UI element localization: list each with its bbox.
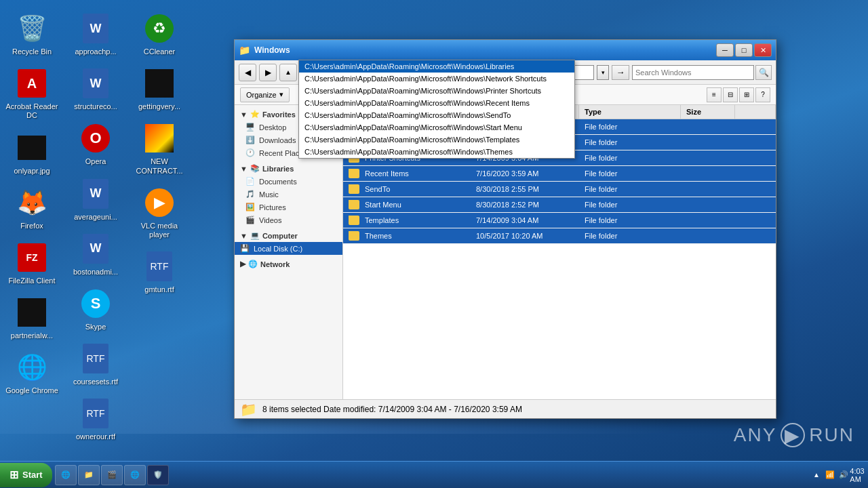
help-button[interactable]: ? xyxy=(755,87,770,102)
col-header-size[interactable]: Size xyxy=(681,105,735,119)
onlyapr-label: onlyapr.jpg xyxy=(14,167,50,176)
desktop-icon-averageu[interactable]: W averageuni... xyxy=(65,174,126,226)
sidebar-item-music[interactable]: 🎵 Music xyxy=(235,188,342,201)
desktop-icon-coursesets[interactable]: RTF coursesets.rtf xyxy=(65,338,126,390)
tray-clock[interactable]: 4:03 AM xyxy=(852,470,863,481)
col-header-type[interactable]: Type xyxy=(579,105,681,119)
firefox-icon: 🦊 xyxy=(16,186,48,219)
desktop-icon-onlyapr[interactable]: onlyapr.jpg xyxy=(1,127,62,180)
partnerw-label: partnerialw... xyxy=(11,331,53,340)
vlc-icon: ▶ xyxy=(143,186,176,219)
libraries-header[interactable]: ▼ 📚 Libraries xyxy=(235,162,342,175)
approachp-icon: W xyxy=(79,12,112,45)
file-size-cell xyxy=(681,119,735,134)
file-size-cell xyxy=(681,166,735,181)
status-folder-icon: 📁 xyxy=(240,401,257,418)
sidebar-item-documents[interactable]: 📄 Documents xyxy=(235,175,342,188)
view-icon-button[interactable]: ⊞ xyxy=(739,87,754,102)
structurec-icon: W xyxy=(79,67,112,100)
gmtun-label: gmtun.rtf xyxy=(144,285,174,294)
autocomplete-item[interactable]: C:\Users\admin\AppData\Roaming\Microsoft… xyxy=(299,60,574,73)
desktop-icon-opera[interactable]: O Opera xyxy=(65,118,126,170)
libraries-label: Libraries xyxy=(262,165,294,173)
start-label: Start xyxy=(22,470,43,480)
network-label: Network xyxy=(260,260,290,268)
desktop-icon-ccleaner[interactable]: ♻ CCleaner xyxy=(129,8,190,60)
sidebar-item-pictures[interactable]: 🖼️ Pictures xyxy=(235,201,342,214)
file-extra-cell xyxy=(735,119,776,134)
search-input[interactable] xyxy=(632,65,754,80)
back-button[interactable]: ◀ xyxy=(239,64,256,81)
maximize-button[interactable]: □ xyxy=(735,43,753,57)
desktop-icon-filezilla[interactable]: FZ FileZilla Client xyxy=(1,237,62,289)
autocomplete-item[interactable]: C:\Users\admin\AppData\Roaming\Microsoft… xyxy=(299,97,574,109)
view-list-button[interactable]: ≡ xyxy=(707,87,722,102)
tray-arrow-icon[interactable]: ▲ xyxy=(811,470,822,481)
table-row[interactable]: Recent Items 7/16/2020 3:59 AM File fold… xyxy=(343,166,776,182)
address-dropdown-button[interactable]: ▾ xyxy=(597,65,609,80)
autocomplete-item[interactable]: C:\Users\admin\AppData\Roaming\Microsoft… xyxy=(299,73,574,85)
tray-volume-icon[interactable]: 🔊 xyxy=(838,470,849,481)
organize-button[interactable]: Organize ▾ xyxy=(240,87,290,102)
desktop-icon-gmtun[interactable]: RTF gmtun.rtf xyxy=(129,246,190,298)
ownerour-label: ownerour.rtf xyxy=(76,432,115,441)
desktop-icon-chrome[interactable]: 🌐 Google Chrome xyxy=(1,347,62,399)
sidebar-item-local-disk[interactable]: 💾 Local Disk (C:) xyxy=(235,242,342,255)
table-row[interactable]: Themes 10/5/2017 10:20 AM File folder xyxy=(343,228,776,244)
go-button[interactable]: → xyxy=(612,65,629,80)
autocomplete-item[interactable]: C:\Users\admin\AppData\Roaming\Microsoft… xyxy=(299,85,574,97)
autocomplete-item[interactable]: C:\Users\admin\AppData\Roaming\Microsoft… xyxy=(299,146,574,158)
taskbar-security-button[interactable]: 🛡️ xyxy=(147,465,169,485)
table-row[interactable]: Start Menu 8/30/2018 2:52 PM File folder xyxy=(343,197,776,213)
taskbar-folder-button[interactable]: 📁 xyxy=(78,465,100,485)
desktop-icon-structurec[interactable]: W structureco... xyxy=(65,63,126,115)
local-disk-label: Local Disk (C:) xyxy=(254,245,302,253)
computer-header[interactable]: ▼ 💻 Computer xyxy=(235,229,342,242)
autocomplete-dropdown: C:\Users\admin\AppData\Roaming\Microsoft… xyxy=(298,60,575,159)
autocomplete-item[interactable]: C:\Users\admin\AppData\Roaming\Microsoft… xyxy=(299,121,574,134)
desktop-icon-acrobat[interactable]: A Acrobat Reader DC xyxy=(1,63,62,124)
taskbar-ie-button[interactable]: 🌐 xyxy=(55,465,77,485)
tray-network-icon[interactable]: 📶 xyxy=(825,470,835,481)
up-button[interactable]: ▲ xyxy=(279,64,297,81)
clock-time: 4:03 AM xyxy=(850,467,864,483)
autocomplete-item[interactable]: C:\Users\admin\AppData\Roaming\Microsoft… xyxy=(299,109,574,121)
desktop-icon-ownerour[interactable]: RTF ownerour.rtf xyxy=(65,393,126,445)
desktop-icon-vlc[interactable]: ▶ VLC media player xyxy=(129,182,190,243)
bostonadm-icon: W xyxy=(79,232,112,265)
table-row[interactable]: Templates 7/14/2009 3:04 AM File folder xyxy=(343,213,776,228)
ownerour-icon: RTF xyxy=(79,397,112,430)
taskbar-media-button[interactable]: 🎬 xyxy=(101,465,123,485)
view-details-button[interactable]: ⊟ xyxy=(723,87,738,102)
favorites-expand-icon: ▼ xyxy=(240,110,248,119)
col-header-extra xyxy=(735,105,776,119)
search-button[interactable]: 🔍 xyxy=(755,65,772,80)
file-name-cell: Templates xyxy=(343,213,471,228)
network-header[interactable]: ▶ 🌐 Network xyxy=(235,258,342,270)
desktop-icon-firefox[interactable]: 🦊 Firefox xyxy=(1,182,62,235)
local-disk-icon: 💾 xyxy=(240,244,250,253)
desktop-icon-skype[interactable]: S Skype xyxy=(65,283,126,336)
autocomplete-item[interactable]: C:\Users\admin\AppData\Roaming\Microsoft… xyxy=(299,134,574,146)
desktop-icon-partnerw[interactable]: partnerialw... xyxy=(1,292,62,344)
folder-icon xyxy=(349,200,359,209)
desktop-icon-recycle-bin[interactable]: 🗑️ Recycle Bin xyxy=(1,8,62,60)
table-row[interactable]: SendTo 8/30/2018 2:55 PM File folder xyxy=(343,182,776,197)
file-type-cell: File folder xyxy=(579,213,681,228)
sidebar-item-videos[interactable]: 🎬 Videos xyxy=(235,214,342,226)
desktop-icon-gettingv[interactable]: gettingvery... xyxy=(129,63,190,115)
taskbar-chrome-button[interactable]: 🌐 xyxy=(124,465,146,485)
desktop-icon-bostonadm[interactable]: W bostonadmi... xyxy=(65,228,126,281)
desktop-icon-newcontract[interactable]: NEW CONTRACT... xyxy=(129,118,190,179)
file-size-cell xyxy=(681,150,735,165)
close-button[interactable]: ✕ xyxy=(754,43,772,57)
start-button[interactable]: ⊞ Start xyxy=(0,463,52,487)
forward-button[interactable]: ▶ xyxy=(259,64,277,81)
title-bar: 📁 Windows ─ □ ✕ xyxy=(235,40,776,60)
favorites-icon: ⭐ xyxy=(250,110,260,119)
skype-icon: S xyxy=(79,287,112,320)
minimize-button[interactable]: ─ xyxy=(716,43,734,57)
acrobat-icon: A xyxy=(16,67,48,100)
desktop-icon-approachp[interactable]: W approachp... xyxy=(65,8,126,60)
onlyapr-icon xyxy=(16,131,48,164)
